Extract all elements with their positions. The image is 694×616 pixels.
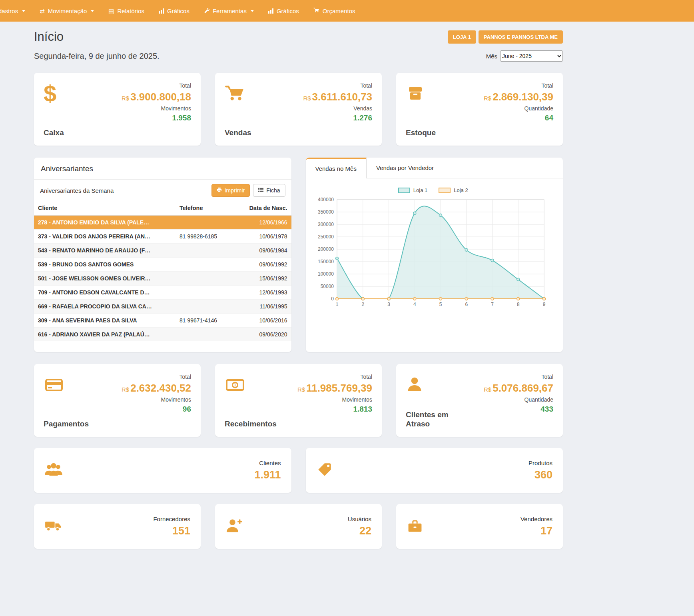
card-fornecedores: Fornecedores 151 <box>34 504 201 549</box>
chevron-down-icon <box>91 10 94 12</box>
total-label: Total <box>122 82 191 89</box>
svg-text:150000: 150000 <box>317 259 333 264</box>
svg-text:1: 1 <box>234 383 236 387</box>
svg-text:7: 7 <box>491 302 494 307</box>
cell-telefone <box>175 300 235 314</box>
people-group-icon <box>44 461 63 480</box>
nav-item-graficos-1[interactable]: Gráficos <box>152 0 197 22</box>
card-title: Estoque <box>406 128 436 138</box>
card-title: Clientes em Atraso <box>406 410 458 429</box>
table-row[interactable]: 501 - JOSE WELISSON GOMES OLIVEIR…15/06/… <box>34 272 291 286</box>
nav-label: Ferramentas <box>213 8 247 14</box>
birthdays-title: Aniversariantes <box>34 158 291 180</box>
cell-telefone <box>175 328 235 342</box>
print-button[interactable]: Imprimir <box>211 184 250 197</box>
svg-text:1: 1 <box>335 302 338 307</box>
cell-nascimento: 10/06/2016 <box>235 314 291 328</box>
date-text: Segunda-feira, 9 de junho de 2025. <box>34 52 160 61</box>
svg-text:6: 6 <box>465 302 468 307</box>
count-value: 1.958 <box>122 114 191 122</box>
table-row[interactable]: 373 - VALDIR DOS ANJOS PEREIRA (AN…81 99… <box>34 230 291 244</box>
tab-vendas-por-vendedor[interactable]: Vendas por Vendedor <box>367 158 443 178</box>
area-chart: 0500001000001500002000002500003000003500… <box>313 194 549 314</box>
card-caixa: $ Caixa Total R$3.900.800,18 Movimentos … <box>34 73 201 146</box>
count-value: 433 <box>484 405 553 414</box>
cell-cliente: 709 - ANTONIO EDSON CAVALCANTE D… <box>34 286 175 300</box>
cell-nascimento: 12/06/1993 <box>235 286 291 300</box>
total-label: Total <box>297 374 372 380</box>
table-row[interactable]: 309 - ANA SEVERINA PAES DA SILVA81 99671… <box>34 314 291 328</box>
company-badge[interactable]: PANNOS E PANNOS LTDA ME <box>479 30 563 44</box>
tab-vendas-no-mes[interactable]: Vendas no Mês <box>306 158 367 178</box>
count-label: Movimentos <box>122 396 191 403</box>
counter-label: Vendedores <box>520 516 552 522</box>
cart-icon <box>313 7 319 14</box>
legend-swatch <box>398 188 410 193</box>
box-icon <box>406 82 436 105</box>
svg-text:4: 4 <box>413 302 416 307</box>
ficha-button[interactable]: Ficha <box>253 184 285 197</box>
chevron-down-icon <box>251 10 254 12</box>
counter-label: Produtos <box>528 460 552 466</box>
counter-label: Clientes <box>254 460 281 466</box>
svg-text:250000: 250000 <box>317 234 333 240</box>
card-usuarios: Usuários 22 <box>215 504 382 549</box>
card-title: Pagamentos <box>44 420 89 429</box>
nav-item-ferramentas[interactable]: Ferramentas <box>197 0 261 22</box>
table-row[interactable]: 539 - BRUNO DOS SANTOS GOMES09/06/1992 <box>34 258 291 272</box>
total-label: Total <box>484 374 553 380</box>
card-vendedores: Vendedores 17 <box>396 504 563 549</box>
nav-item-movimentacao[interactable]: ⇄ Movimentação <box>32 0 101 22</box>
wrench-icon <box>204 8 209 14</box>
sales-panel: Vendas no Mês Vendas por Vendedor Loja 1… <box>306 158 563 352</box>
legend-swatch <box>439 188 451 193</box>
total-value: R$2.632.430,52 <box>122 382 191 394</box>
total-label: Total <box>484 82 553 89</box>
svg-text:8: 8 <box>517 302 519 307</box>
count-value: 1.276 <box>303 114 372 122</box>
cell-nascimento: 11/06/1995 <box>235 300 291 314</box>
cell-cliente: 373 - VALDIR DOS ANJOS PEREIRA (AN… <box>34 230 175 244</box>
counter-value: 17 <box>520 525 552 537</box>
cell-cliente: 309 - ANA SEVERINA PAES DA SILVA <box>34 314 175 328</box>
nav-item-graficos-2[interactable]: Gráficos <box>261 0 306 22</box>
counter-value: 151 <box>153 525 190 537</box>
nav-label: dastros <box>0 8 18 14</box>
table-row[interactable]: 278 - ANTONIO EMIDIO DA SILVA (PALE…12/0… <box>34 215 291 230</box>
count-label: Quantidade <box>484 105 553 112</box>
card-produtos: Produtos 360 <box>306 448 563 493</box>
cell-telefone <box>175 286 235 300</box>
bar-chart-icon <box>159 8 164 14</box>
table-header-row: Cliente Telefone Data de Nasc. <box>34 201 291 215</box>
card-pagamentos: Pagamentos Total R$2.632.430,52 Moviment… <box>34 364 201 437</box>
col-header-cliente: Cliente <box>34 201 175 215</box>
cell-nascimento: 09/06/2020 <box>235 328 291 342</box>
counter-label: Usuários <box>348 516 371 522</box>
count-value: 64 <box>484 114 553 122</box>
table-row[interactable]: 709 - ANTONIO EDSON CAVALCANTE D…12/06/1… <box>34 286 291 300</box>
count-value: 96 <box>122 405 191 414</box>
month-label: Mês <box>486 53 497 60</box>
card-recebimentos: 1 Recebimentos Total R$11.985.769,39 Mov… <box>215 364 382 437</box>
svg-text:3: 3 <box>387 302 390 307</box>
sales-chart: Loja 1Loja 2 050000100000150000200000250… <box>306 178 563 316</box>
nav-item-orcamentos[interactable]: Orçamentos <box>306 0 363 22</box>
store-badge[interactable]: LOJA 1 <box>448 30 476 44</box>
total-value: R$3.900.800,18 <box>122 91 191 103</box>
nav-label: Gráficos <box>277 8 299 14</box>
nav-item-cadastros[interactable]: dastros <box>0 0 32 22</box>
cell-nascimento: 15/06/1992 <box>235 272 291 286</box>
counter-value: 1.911 <box>254 469 281 481</box>
svg-text:9: 9 <box>542 302 545 307</box>
month-select[interactable]: June - 2025 <box>500 50 563 62</box>
table-row[interactable]: 669 - RAFAELA PROCOPIO DA SILVA CA…11/06… <box>34 300 291 314</box>
table-row[interactable]: 543 - RENATO MARINHO DE ARAUJO (F…09/06/… <box>34 244 291 258</box>
legend-item: Loja 2 <box>439 187 468 193</box>
cell-nascimento: 10/06/1978 <box>235 230 291 244</box>
cell-telefone <box>175 272 235 286</box>
nav-label: Orçamentos <box>323 8 355 14</box>
table-row[interactable]: 616 - ADRIANO XAVIER DA PAZ (PALAÚ…09/06… <box>34 328 291 342</box>
cell-cliente: 669 - RAFAELA PROCOPIO DA SILVA CA… <box>34 300 175 314</box>
nav-item-relatorios[interactable]: ▤ Relatórios <box>101 0 152 22</box>
sales-tabbar: Vendas no Mês Vendas por Vendedor <box>306 158 563 178</box>
